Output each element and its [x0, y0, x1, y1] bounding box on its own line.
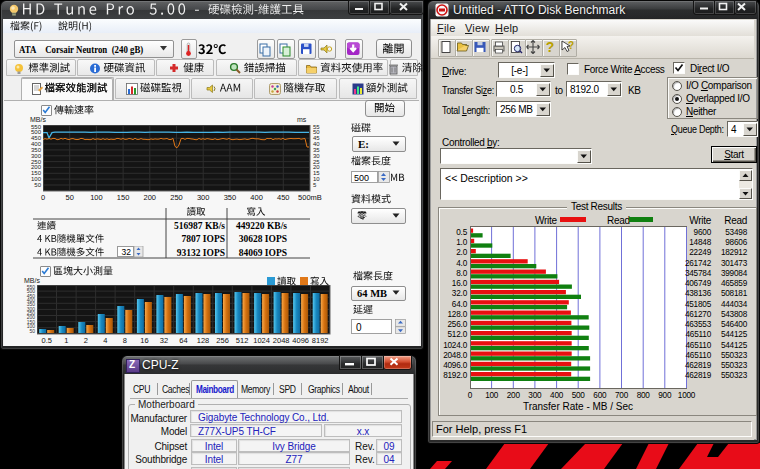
svg-text:?: ? — [546, 39, 555, 55]
svg-text:?: ? — [568, 40, 574, 51]
